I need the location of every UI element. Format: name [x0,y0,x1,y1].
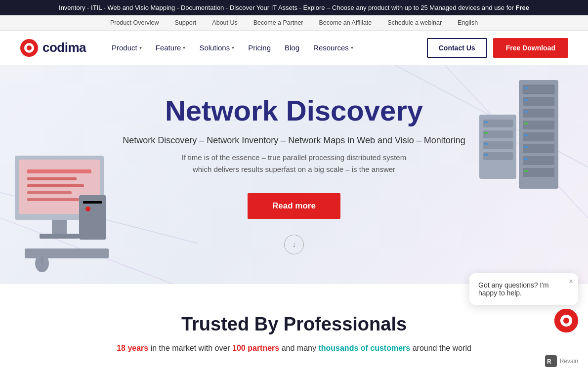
svg-text:R: R [547,358,551,365]
years-highlight: 18 years [117,344,148,352]
main-nav-links: Product ▾ Feature ▾ Solutions ▾ Pricing … [106,40,427,56]
svg-rect-39 [523,168,554,177]
resources-chevron-icon: ▾ [351,45,353,50]
nav-feature[interactable]: Feature ▾ [150,40,192,56]
svg-rect-29 [523,109,554,118]
svg-rect-34 [524,134,528,136]
solutions-chevron-icon: ▾ [232,45,234,50]
nav-pricing[interactable]: Pricing [242,40,277,56]
svg-rect-28 [524,99,528,101]
svg-rect-33 [523,132,554,141]
scroll-indicator: ↓ [123,235,465,254]
partners-highlight: 100 partners [232,344,279,352]
hero-title: Network Discovery [123,95,465,126]
secondary-nav-become-partner[interactable]: Become a Partner [253,19,303,26]
svg-rect-15 [52,220,67,235]
svg-rect-44 [483,130,513,138]
svg-point-52 [563,318,569,324]
hero-content: Network Discovery Network Discovery – Ne… [123,95,465,254]
secondary-nav-about-us[interactable]: About Us [212,19,237,26]
chat-close-button[interactable]: × [569,277,573,286]
svg-rect-35 [523,144,554,153]
svg-rect-42 [483,120,513,127]
svg-point-2 [27,45,32,50]
svg-rect-32 [524,123,528,124]
customers-highlight: thousands of customers [318,344,410,352]
feature-chevron-icon: ▾ [183,45,185,50]
nav-product[interactable]: Product ▾ [106,40,148,56]
svg-rect-36 [524,146,528,148]
svg-rect-30 [524,111,528,113]
svg-rect-27 [523,97,554,106]
chat-avatar-button[interactable] [554,309,578,332]
svg-rect-37 [523,156,554,165]
svg-rect-31 [523,121,554,129]
svg-point-20 [85,207,90,211]
svg-rect-40 [524,170,528,172]
svg-rect-48 [483,152,513,160]
chat-avatar-icon [554,309,578,332]
product-chevron-icon: ▾ [139,45,142,50]
svg-rect-14 [27,198,79,201]
svg-rect-47 [484,143,488,145]
hero-server-illustration [479,75,588,223]
chat-bubble: × Got any questions? I'm happy to help. [469,273,578,305]
arrow-down-icon: ↓ [292,240,296,249]
announcement-highlight: Free [516,4,529,11]
nav-buttons: Contact Us Free Download [427,38,568,58]
hero-computer-illustration [0,126,128,284]
read-more-button[interactable]: Read more [248,193,340,219]
secondary-nav-schedule-webinar[interactable]: Schedule a webinar [387,19,442,26]
chat-message: Got any questions? I'm happy to help. [478,281,569,297]
secondary-nav-language[interactable]: English [458,19,478,26]
primary-nav: codima Product ▾ Feature ▾ Solutions ▾ P… [0,31,588,65]
svg-rect-46 [483,141,513,149]
nav-blog[interactable]: Blog [279,40,305,56]
nav-resources[interactable]: Resources ▾ [307,40,359,56]
svg-rect-26 [524,87,528,89]
hero-subtitle: Network Discovery – Network Inventory – … [123,135,465,146]
announcement-text: Inventory - ITIL - Web and Visio Mapping… [59,4,514,11]
revain-widget[interactable]: R Revain [545,355,578,367]
revain-label: Revain [560,358,578,365]
chat-widget: × Got any questions? I'm happy to help. [469,273,578,332]
svg-rect-24 [523,85,554,94]
svg-rect-49 [484,154,488,156]
svg-rect-16 [40,234,79,239]
secondary-nav-support[interactable]: Support [175,19,197,26]
contact-us-button[interactable]: Contact Us [427,38,487,58]
logo-text: codima [42,40,86,55]
secondary-nav-product-overview[interactable]: Product Overview [110,19,159,26]
svg-rect-10 [27,169,91,173]
revain-icon: R [545,355,557,367]
hero-description: If time is of the essence – true paralle… [123,152,465,175]
nav-solutions[interactable]: Solutions ▾ [193,40,240,56]
hero-section: Network Discovery Network Discovery – Ne… [0,65,588,284]
secondary-nav: Product Overview Support About Us Become… [0,15,588,31]
svg-rect-12 [27,184,84,187]
scroll-down-button[interactable]: ↓ [284,235,304,254]
svg-rect-11 [27,177,77,180]
svg-rect-45 [484,132,488,134]
svg-rect-19 [83,201,102,204]
logo-icon [20,39,39,57]
trusted-description: 18 years in the market with over 100 par… [20,344,568,353]
logo[interactable]: codima [20,39,86,57]
free-download-button[interactable]: Free Download [493,38,568,58]
secondary-nav-become-affiliate[interactable]: Become an Affiliate [319,19,372,26]
svg-rect-13 [27,191,72,194]
svg-rect-43 [484,121,488,123]
announcement-bar: Inventory - ITIL - Web and Visio Mapping… [0,0,588,15]
svg-rect-38 [524,158,528,160]
